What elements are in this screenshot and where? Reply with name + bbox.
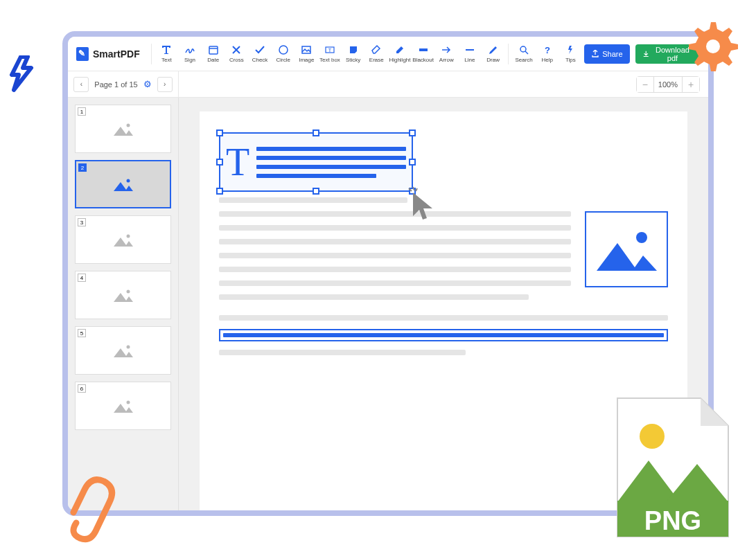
tool-help[interactable]: ?Help — [536, 40, 559, 68]
svg-point-5 — [279, 46, 288, 54]
thumbnail-number: 3 — [78, 218, 86, 226]
resize-handle[interactable] — [313, 129, 319, 136]
svg-text:T: T — [328, 47, 332, 53]
tool-check[interactable]: Check — [249, 40, 271, 68]
thumbnail-image-icon — [112, 397, 134, 414]
text-placeholder — [219, 267, 571, 272]
tool-cross[interactable]: Cross — [226, 40, 248, 68]
resize-handle[interactable] — [216, 188, 223, 195]
svg-text:PNG: PNG — [644, 506, 701, 535]
tool-draw[interactable]: Draw — [482, 40, 504, 68]
search-icon — [518, 44, 529, 55]
share-button[interactable]: Share — [584, 44, 629, 64]
svg-rect-9 — [419, 48, 428, 51]
resize-handle[interactable] — [216, 129, 223, 136]
arrow-icon — [441, 44, 452, 55]
tool-sticky[interactable]: Sticky — [342, 40, 364, 68]
thumbnail-strip[interactable]: 123456 — [68, 98, 179, 510]
page-settings-icon[interactable]: ⚙ — [143, 79, 152, 89]
tool-textbox[interactable]: TText box — [319, 40, 341, 68]
text-placeholder — [219, 350, 466, 355]
thumbnail-page-6[interactable]: 6 — [75, 382, 171, 430]
svg-point-12 — [126, 124, 130, 127]
svg-point-18 — [636, 232, 647, 243]
thumbnail-page-2[interactable]: 2 — [75, 160, 171, 208]
tool-line[interactable]: Line — [459, 40, 481, 68]
tool-highlight[interactable]: Highlight — [389, 40, 411, 68]
help-icon: ? — [542, 44, 553, 55]
selected-text-element[interactable]: T — [219, 132, 413, 192]
tool-image[interactable]: Image — [296, 40, 318, 68]
resize-handle[interactable] — [409, 159, 416, 166]
sign-icon — [184, 44, 195, 55]
thumbnail-image-icon — [112, 231, 134, 248]
toolbar: SmartPDF Text Sign Date Cross Check Circ… — [68, 37, 708, 71]
tool-tips[interactable]: Tips — [560, 40, 582, 68]
blackout-icon — [418, 44, 429, 55]
cursor-pointer-icon — [407, 186, 439, 222]
separator — [508, 44, 509, 64]
svg-point-1 — [640, 424, 665, 449]
circle-icon — [278, 44, 289, 55]
text-placeholder — [219, 211, 571, 217]
svg-point-16 — [126, 346, 130, 349]
tool-date[interactable]: Date — [202, 40, 225, 68]
tool-circle[interactable]: Circle — [272, 40, 295, 68]
thumbnail-page-1[interactable]: 1 — [75, 105, 171, 153]
date-icon — [208, 44, 219, 55]
tool-text[interactable]: Text — [156, 40, 178, 68]
resize-handle[interactable] — [216, 159, 223, 166]
download-icon — [642, 50, 649, 58]
svg-point-10 — [520, 46, 526, 52]
cross-icon — [231, 44, 242, 55]
brand-label: SmartPDF — [93, 48, 140, 60]
tool-search[interactable]: Search — [513, 40, 535, 68]
thumbnail-number: 4 — [78, 274, 86, 282]
prev-page-button[interactable]: ‹ — [73, 77, 89, 92]
tool-blackout[interactable]: Blackout — [412, 40, 434, 68]
image-placeholder[interactable] — [585, 211, 668, 287]
text-placeholder — [219, 239, 571, 244]
svg-point-14 — [126, 235, 130, 238]
text-icon — [161, 44, 172, 55]
check-icon — [254, 44, 265, 55]
text-lines — [256, 147, 406, 178]
gear-decoration — [680, 14, 742, 76]
thumbnail-number: 6 — [78, 384, 86, 393]
text-placeholder — [219, 253, 571, 258]
line-icon — [464, 44, 475, 55]
text-placeholder — [219, 225, 571, 231]
resize-handle[interactable] — [409, 129, 416, 136]
thumbnail-number: 1 — [78, 107, 86, 116]
text-placeholder — [219, 280, 571, 286]
zoom-in-button[interactable]: + — [683, 77, 699, 92]
selected-line-element[interactable] — [219, 329, 668, 341]
zoom-out-button[interactable]: − — [637, 77, 653, 92]
zoom-control: − 100% + — [636, 76, 700, 93]
separator — [151, 44, 152, 64]
tool-arrow[interactable]: Arrow — [435, 40, 457, 68]
svg-point-13 — [126, 179, 130, 183]
tips-icon — [565, 44, 576, 55]
thumbnail-image-icon — [112, 287, 134, 303]
image-icon — [593, 222, 660, 276]
resize-handle[interactable] — [313, 188, 319, 195]
next-page-button[interactable]: › — [157, 77, 173, 92]
page-controls: ‹ Page 1 of 15 ⚙ › − 100% + — [68, 71, 708, 98]
highlight-icon — [394, 44, 405, 55]
text-placeholder — [219, 197, 407, 203]
brand: SmartPDF — [76, 47, 140, 61]
tool-sign[interactable]: Sign — [179, 40, 201, 68]
thumbnail-page-4[interactable]: 4 — [75, 271, 171, 319]
thumbnail-page-5[interactable]: 5 — [75, 326, 171, 375]
svg-rect-4 — [209, 46, 218, 54]
svg-point-0 — [706, 39, 720, 53]
thumbnail-page-3[interactable]: 3 — [75, 215, 171, 264]
thumbnail-image-icon — [112, 176, 134, 193]
textbox-icon: T — [324, 44, 335, 55]
bolt-decoration — [3, 55, 42, 98]
draw-icon — [488, 44, 499, 55]
text-placeholder — [219, 315, 668, 321]
png-file-decoration: PNG — [610, 391, 735, 544]
tool-erase[interactable]: Erase — [365, 40, 387, 68]
